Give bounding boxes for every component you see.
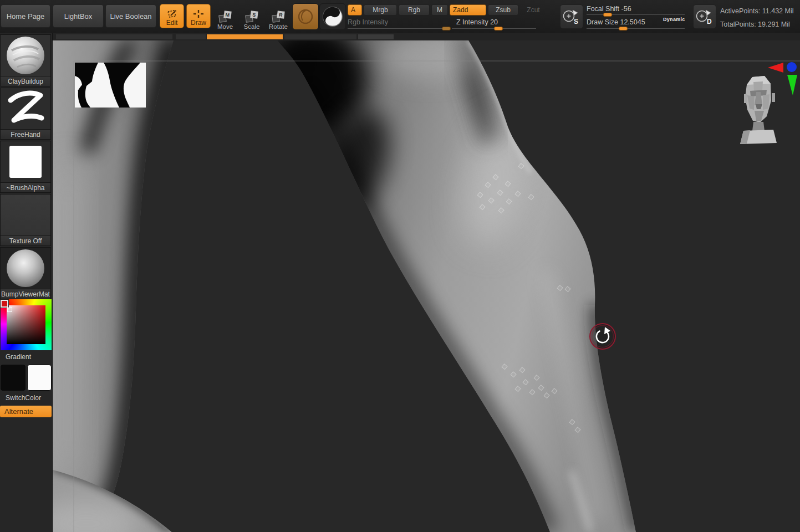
switchcolor-label[interactable]: SwitchColor [0, 392, 51, 403]
color-picker-dot[interactable] [7, 307, 12, 312]
scroll-segment[interactable] [56, 34, 172, 39]
draw-size-handle[interactable] [619, 27, 628, 30]
paint-mode-rgb-button[interactable]: Rgb [399, 4, 430, 16]
svg-text:D: D [707, 18, 712, 25]
main-color-square[interactable] [1, 365, 26, 391]
move-icon: M [219, 11, 231, 22]
dynamic-mode-label[interactable]: Dynamic [663, 17, 685, 22]
draw-cursor-icon [192, 9, 205, 19]
stroke-lasso-icon [296, 7, 315, 26]
scroll-segment-active[interactable] [207, 34, 283, 39]
focal-shift-slider[interactable] [587, 14, 685, 15]
scroll-segment[interactable] [284, 34, 356, 39]
3d-scene[interactable] [53, 33, 800, 532]
texture-thumbnail[interactable] [0, 194, 51, 236]
brush-size-s-icon: S [560, 6, 583, 28]
draw-size-label: Draw Size 12.5045 [587, 18, 645, 26]
freehand-stroke-icon [1, 88, 50, 129]
move-button[interactable]: M Move [214, 4, 236, 30]
draw-size-value: 12.5045 [620, 18, 645, 26]
scroll-segment[interactable] [176, 34, 206, 39]
current-stroke-thumbnail[interactable] [292, 3, 319, 30]
rgb-intensity-slider[interactable] [348, 28, 451, 29]
focal-shift-handle[interactable] [603, 13, 612, 17]
lightbox-label: LightBox [64, 12, 93, 21]
rotate-icon: R [272, 11, 284, 22]
edit-transform-icon [166, 9, 178, 19]
dynamic-size-button[interactable]: D [693, 4, 716, 29]
draw-button[interactable]: Draw [186, 4, 211, 28]
brush-size-d-icon: D [694, 6, 716, 28]
move-label: Move [217, 23, 233, 30]
scale-button[interactable]: S Scale [241, 4, 263, 30]
rgb-intensity-label: Rgb Intensity [348, 18, 388, 26]
focal-shift-label: Focal Shift -56 [587, 5, 631, 13]
home-page-label: Home Page [7, 12, 45, 21]
sculpt-viewport[interactable] [53, 33, 800, 532]
home-page-button[interactable]: Home Page [1, 4, 50, 28]
current-material-thumbnail[interactable] [319, 3, 346, 30]
saturation-value-square[interactable] [7, 305, 45, 344]
canvas-scroll-strip[interactable] [53, 33, 800, 40]
edit-button[interactable]: Edit [160, 4, 184, 28]
gradient-label: Gradient [0, 352, 51, 362]
rotate-cursor-icon[interactable] [590, 324, 615, 349]
z-intensity-label: Z Intensity 20 [456, 18, 498, 26]
svg-text:S: S [574, 18, 578, 25]
paint-mode-a-button[interactable]: A [348, 4, 362, 16]
zbrush-app: { "topbar": { "nav_buttons": [ {"label":… [0, 0, 800, 532]
scroll-segment[interactable] [358, 34, 394, 39]
focal-shift-value: -56 [621, 5, 631, 13]
sculpt-mode-zadd-button[interactable]: Zadd [450, 4, 486, 16]
brush-thumbnail-claybuildup[interactable] [0, 34, 51, 76]
sculpt-size-button[interactable]: S [560, 4, 583, 29]
active-points-readout: ActivePoints: 11.432 Mil [720, 4, 793, 18]
lightbox-button[interactable]: LightBox [53, 4, 104, 28]
draw-label: Draw [191, 19, 206, 27]
material-sphere-icon [322, 6, 344, 28]
current-color-swatch[interactable] [1, 300, 8, 308]
brush-label: ClayBuildup [0, 76, 51, 86]
z-intensity-slider[interactable] [452, 28, 536, 29]
material-thumbnail-bumpviewermat[interactable] [0, 247, 51, 289]
top-toolbar: Home Page LightBox Live Boolean Edit Dra… [0, 0, 800, 34]
rotate-button[interactable]: R Rotate [267, 4, 289, 30]
stroke-label: FreeHand [0, 130, 51, 140]
secondary-color-square[interactable] [27, 365, 52, 391]
live-boolean-button[interactable]: Live Boolean [105, 4, 156, 28]
rgb-intensity-handle[interactable] [442, 27, 451, 30]
sculpt-mode-zsub-button[interactable]: Zsub [488, 4, 518, 16]
draw-size-slider[interactable] [587, 28, 685, 29]
material-label: BumpViewerMat [0, 289, 51, 299]
paint-mode-m-button[interactable]: M [431, 4, 448, 16]
scale-label: Scale [244, 23, 260, 30]
sculpt-mode-zcut-button[interactable]: Zcut [520, 4, 547, 16]
alpha-thumbnail[interactable] [0, 141, 51, 183]
live-boolean-label: Live Boolean [110, 12, 151, 21]
rotate-label: Rotate [269, 23, 288, 30]
nav-thumbnail[interactable] [75, 63, 146, 108]
edit-label: Edit [166, 19, 178, 27]
z-intensity-value: 20 [490, 18, 498, 26]
z-axis-dot-icon[interactable] [787, 62, 797, 72]
alpha-square [9, 146, 42, 178]
scale-icon: S [246, 11, 258, 22]
paint-mode-mrgb-button[interactable]: Mrgb [364, 4, 397, 16]
alpha-label: ~BrushAlpha [0, 183, 51, 193]
claybuildup-brush-icon [1, 35, 50, 76]
total-points-readout: TotalPoints: 19.291 Mil [720, 18, 793, 31]
texture-label: Texture Off [0, 236, 51, 246]
stroke-thumbnail-freehand[interactable] [0, 88, 51, 130]
z-intensity-handle[interactable] [494, 27, 503, 30]
left-tray: ClayBuildup FreeHand ~BrushAlpha Texture… [0, 33, 53, 532]
material-sphere [7, 249, 44, 287]
alternate-button[interactable]: Alternate [0, 406, 52, 417]
point-stats: ActivePoints: 11.432 Mil TotalPoints: 19… [720, 4, 793, 31]
